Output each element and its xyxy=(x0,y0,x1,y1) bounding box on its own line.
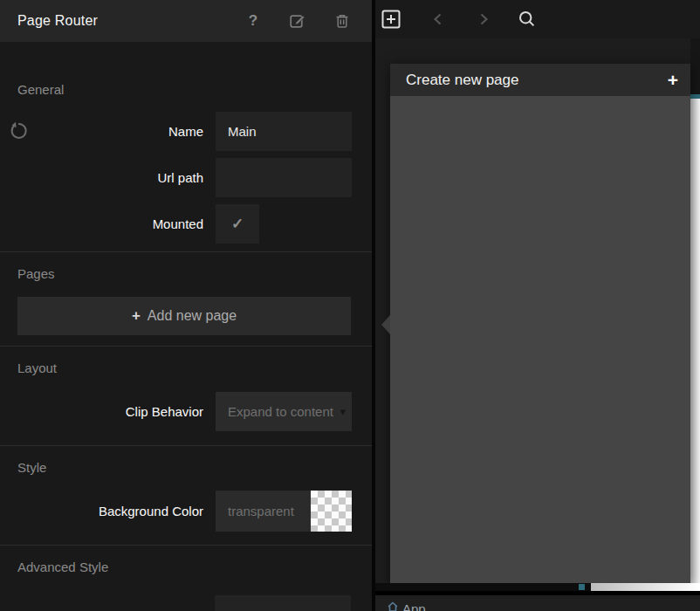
delete-button[interactable] xyxy=(333,12,351,30)
canvas-toolbar xyxy=(375,0,700,38)
section-layout: Layout xyxy=(0,360,372,377)
popup-arrow xyxy=(381,315,390,334)
url-path-label: Url path xyxy=(157,170,203,185)
add-component-button[interactable] xyxy=(381,9,401,30)
popup-body xyxy=(390,96,690,583)
add-new-page-button[interactable]: +Add new page xyxy=(17,297,351,335)
section-general: General xyxy=(0,81,372,99)
reset-to-default-button[interactable] xyxy=(9,121,28,141)
canvas-panel: Create new page + App xyxy=(375,0,700,611)
section-divider xyxy=(0,346,372,347)
background-color-label: Background Color xyxy=(99,504,203,518)
canvas-bottom-edge xyxy=(375,583,700,591)
section-style: Style xyxy=(0,459,372,477)
panel-header-actions: ? xyxy=(244,12,351,30)
advanced-style-input[interactable] xyxy=(215,595,351,611)
section-divider xyxy=(0,251,372,252)
search-icon xyxy=(518,10,537,29)
add-box-icon xyxy=(381,10,401,29)
create-page-popup: Create new page + xyxy=(390,64,690,583)
selection-handle xyxy=(579,584,585,590)
mounted-checkbox[interactable]: ✓ xyxy=(216,204,259,244)
popup-add-button[interactable]: + xyxy=(668,72,678,89)
node-graph-header: App xyxy=(375,595,700,611)
trash-icon xyxy=(333,12,351,30)
background-color-row: Background Color transparent xyxy=(0,491,372,532)
panel-title: Page Router xyxy=(17,13,244,29)
navigate-forward-button[interactable] xyxy=(473,9,494,30)
help-button[interactable]: ? xyxy=(244,12,262,30)
properties-panel: Page Router ? xyxy=(0,0,372,611)
reset-icon xyxy=(9,121,28,141)
add-new-page-label: Add new page xyxy=(148,308,237,323)
background-color-input[interactable]: transparent xyxy=(216,491,352,532)
navigate-back-button[interactable] xyxy=(428,9,449,30)
canvas-background-edge xyxy=(690,38,700,94)
general-rows: Name Url path Mounted ✓ xyxy=(0,112,372,244)
edit-icon xyxy=(289,12,306,30)
home-icon xyxy=(388,601,398,611)
mounted-row: Mounted ✓ xyxy=(0,204,372,244)
clip-behavior-select[interactable]: Expand to content ▾ xyxy=(216,392,352,431)
name-row: Name xyxy=(0,112,372,151)
section-divider xyxy=(0,445,372,446)
transparent-color-swatch[interactable] xyxy=(311,491,352,532)
breadcrumb-app[interactable]: App xyxy=(388,601,426,611)
app-root: Page Router ? xyxy=(0,0,700,611)
mounted-label: Mounted xyxy=(153,216,203,231)
section-advanced-style: Advanced Style xyxy=(0,559,372,576)
background-color-value: transparent xyxy=(228,504,294,518)
clip-behavior-label: Clip Behavior xyxy=(126,404,203,419)
edit-button[interactable] xyxy=(289,12,306,30)
chevron-down-icon: ▾ xyxy=(340,392,346,431)
clip-behavior-value: Expand to content xyxy=(228,404,333,419)
popup-header: Create new page + xyxy=(390,64,690,96)
clip-behavior-row: Clip Behavior Expand to content ▾ xyxy=(0,392,372,431)
search-button[interactable] xyxy=(517,9,538,30)
url-path-row: Url path xyxy=(0,158,372,197)
chevron-right-icon xyxy=(477,12,491,26)
checkmark-icon: ✓ xyxy=(231,215,244,233)
section-divider xyxy=(0,545,372,546)
name-input[interactable] xyxy=(216,112,352,151)
chevron-left-icon xyxy=(431,12,445,26)
url-path-input[interactable] xyxy=(216,158,352,197)
popup-title: Create new page xyxy=(406,72,668,89)
section-pages: Pages xyxy=(0,265,372,283)
page-preview-bottom-edge xyxy=(591,583,700,591)
properties-panel-header: Page Router ? xyxy=(0,0,372,42)
breadcrumb-label: App xyxy=(402,601,426,611)
plus-icon: + xyxy=(132,307,141,324)
name-label: Name xyxy=(168,124,203,139)
help-icon: ? xyxy=(249,12,257,30)
page-preview-edge xyxy=(690,99,700,583)
